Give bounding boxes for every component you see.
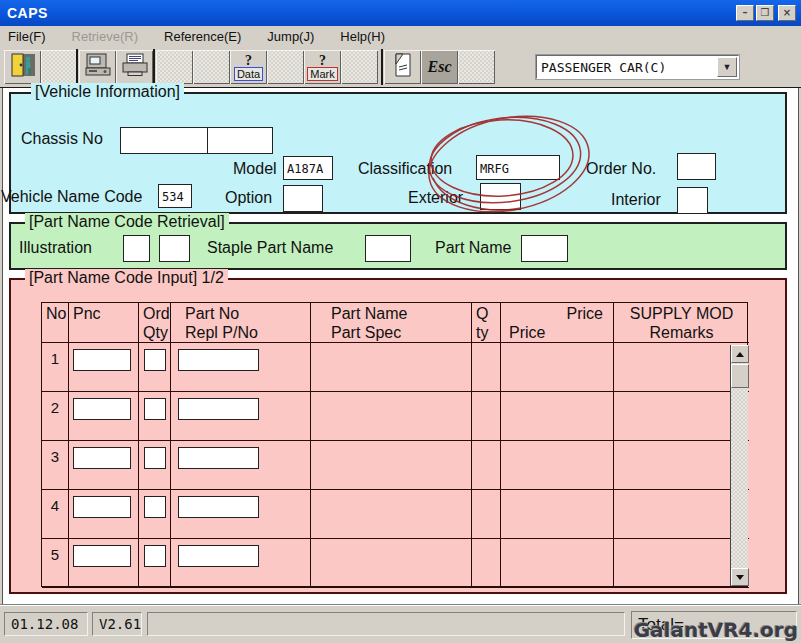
staple-part-name-field[interactable] [365, 235, 411, 262]
row-number: 5 [42, 539, 69, 588]
ord-qty-cell [139, 441, 171, 490]
col-header-part-name: Part NamePart Spec [311, 303, 472, 343]
vehicle-name-code-label: Vehicle Name Code [1, 188, 142, 206]
maximize-button[interactable]: ❒ [756, 5, 774, 21]
pnc-cell [69, 343, 139, 392]
terminal-button[interactable] [79, 50, 116, 84]
printer-icon [121, 52, 149, 82]
part-no-input[interactable] [178, 496, 259, 518]
qty-cell [472, 343, 501, 392]
part-name-code-retrieval-group: [Part Name Code Retrieval] Illustration … [9, 222, 787, 270]
illustration-field-1[interactable] [123, 235, 150, 262]
toolbar-separator [76, 49, 78, 85]
row-number: 1 [42, 343, 69, 392]
data-label: Data [234, 67, 263, 81]
vehicle-name-code-field[interactable] [158, 184, 192, 208]
chevron-down-icon[interactable]: ▼ [717, 57, 737, 77]
vehicle-type-value: PASSENGER CAR(C) [537, 60, 717, 75]
qty-cell [472, 539, 501, 588]
exit-button[interactable] [4, 50, 41, 84]
col-header-ord-qty: OrdQty [139, 303, 171, 343]
part-no-input[interactable] [178, 349, 259, 371]
illustration-field-2[interactable] [159, 235, 190, 262]
mark-help-button[interactable]: ? Mark [304, 50, 341, 84]
exterior-field[interactable] [480, 183, 521, 210]
exit-door-icon [10, 52, 36, 82]
scrollbar-thumb[interactable] [731, 364, 749, 388]
supply-mod-cell [614, 490, 749, 539]
vehicle-information-group: [Vehicle Information] Chassis No Model C… [9, 92, 787, 214]
page-icon [391, 52, 415, 82]
pnc-input[interactable] [73, 496, 131, 518]
menu-file[interactable]: File(F) [8, 27, 46, 46]
ord-qty-input[interactable] [144, 447, 166, 469]
price-cell [501, 441, 614, 490]
part-name-cell [311, 490, 472, 539]
toolbar-separator [153, 49, 155, 85]
esc-label: Esc [428, 58, 452, 76]
vehicle-type-combobox[interactable]: PASSENGER CAR(C) ▼ [536, 55, 739, 79]
toolbar-blank-button-1 [41, 50, 78, 84]
menu-reference[interactable]: Reference(E) [164, 27, 241, 46]
col-header-price: PricePrice [501, 303, 614, 343]
ord-qty-input[interactable] [144, 496, 166, 518]
col-header-pnc: Pnc [69, 303, 139, 343]
menu-jump[interactable]: Jump(J) [267, 27, 314, 46]
part-name-field[interactable] [521, 235, 568, 262]
row-number: 3 [42, 441, 69, 490]
pnc-input[interactable] [73, 447, 131, 469]
col-header-qty: Qty [472, 303, 501, 343]
table-vertical-scrollbar[interactable] [730, 345, 748, 586]
pnc-input[interactable] [73, 349, 131, 371]
pnc-cell [69, 392, 139, 441]
watermark: GalantVR4.org [634, 618, 798, 642]
pnc-input[interactable] [73, 398, 131, 420]
ord-qty-input[interactable] [144, 398, 166, 420]
document-button[interactable] [384, 50, 421, 84]
escape-button[interactable]: Esc [421, 50, 458, 84]
ord-qty-cell [139, 392, 171, 441]
scroll-down-button[interactable] [731, 568, 749, 586]
part-no-input[interactable] [178, 398, 259, 420]
print-button[interactable] [116, 50, 153, 84]
interior-label: Interior [611, 191, 661, 209]
computer-icon [84, 52, 112, 82]
triangle-up-icon [736, 352, 744, 357]
ord-qty-input[interactable] [144, 349, 166, 371]
chassis-no-field-1[interactable] [120, 127, 208, 154]
part-name-label: Part Name [435, 239, 511, 257]
part-no-cell [171, 490, 311, 539]
close-button[interactable]: × [778, 5, 796, 21]
data-help-button[interactable]: ? Data [230, 50, 267, 84]
order-no-field[interactable] [677, 153, 716, 180]
part-no-input[interactable] [178, 447, 259, 469]
part-no-cell [171, 343, 311, 392]
order-no-label: Order No. [586, 160, 656, 178]
window-title: CAPS [0, 5, 48, 21]
option-field[interactable] [283, 185, 323, 212]
ord-qty-input[interactable] [144, 545, 166, 567]
model-field[interactable] [283, 156, 333, 180]
minimize-button[interactable]: – [736, 5, 754, 21]
menu-help[interactable]: Help(H) [340, 27, 385, 46]
supply-mod-cell [614, 392, 749, 441]
toolbar-blank-button-4 [267, 50, 304, 84]
part-no-cell [171, 441, 311, 490]
supply-mod-cell [614, 441, 749, 490]
titlebar: CAPS – ❒ × [0, 0, 801, 26]
part-no-input[interactable] [178, 545, 259, 567]
page-indicator: 1/2 [202, 269, 224, 286]
parts-table: No Pnc OrdQty Part NoRepl P/No Part Name… [41, 302, 748, 587]
interior-field[interactable] [677, 187, 708, 214]
part-name-cell [311, 539, 472, 588]
part-input-legend: [Part Name Code Input] 1/2 [25, 269, 228, 287]
scroll-up-button[interactable] [731, 345, 749, 363]
classification-field[interactable] [476, 155, 560, 180]
chassis-no-field-2[interactable] [207, 127, 273, 154]
classification-label: Classification [358, 160, 452, 178]
question-mark-icon: ? [245, 54, 252, 67]
pnc-input[interactable] [73, 545, 131, 567]
exterior-label: Exterior [408, 189, 463, 207]
pnc-cell [69, 441, 139, 490]
mark-label: Mark [307, 67, 337, 81]
